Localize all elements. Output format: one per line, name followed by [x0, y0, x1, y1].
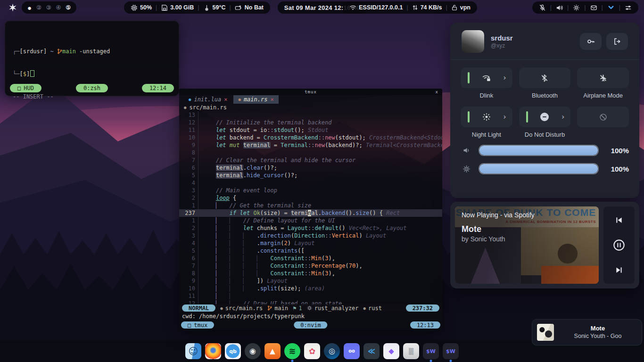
cpu-stat: 50% [131, 4, 152, 11]
git-branch-icon [57, 49, 62, 54]
statusline: NORMAL ●src/main.rs main ⚑1 rust_analyze… [179, 304, 442, 312]
winbar: ● src/main.rs [179, 104, 442, 111]
speaker-icon [462, 147, 471, 154]
blocked-circle-icon [599, 113, 607, 121]
dnd-minus-icon [540, 113, 549, 121]
quick-settings-icon[interactable] [625, 4, 632, 11]
buffer-tabline: ● init.lua × ● main.rs × [179, 95, 442, 104]
battery-value: No Bat [245, 4, 264, 11]
cpu-icon [131, 4, 138, 11]
obs-studio-icon[interactable]: ◉ [245, 343, 261, 359]
track-artist: by Sonic Youth [462, 235, 535, 243]
qbittorrent-icon[interactable]: qb [225, 343, 241, 359]
code-line: 11 let stdout = io::stdout(); Stdout [179, 126, 442, 134]
code-line: 8 ▏ ▏ ▏ ▏ Constraint::Min(3), [179, 270, 442, 277]
hud-terminal-window[interactable]: ┌─[srdusr] ~ main -unstaged └─[$] -- INS… [5, 21, 179, 96]
window-titlebar[interactable]: tmux x [179, 89, 442, 95]
toggle-bluetooth[interactable] [519, 67, 571, 88]
tmux-status-bar: □tmux 0:nvim 12:13 [181, 321, 440, 329]
tmux-session-pill[interactable]: □tmux [181, 321, 214, 329]
toggle-blocked[interactable] [577, 107, 629, 127]
brightness-slider[interactable] [479, 163, 599, 174]
volume-icon[interactable] [556, 4, 563, 11]
thermometer-icon [203, 4, 210, 11]
next-track-button[interactable] [615, 266, 623, 274]
toggle-night-light[interactable]: › [461, 107, 512, 127]
workspace-3[interactable]: ③ [46, 5, 51, 10]
code-line: 9 ▏ ▏ ▏ ]) Layout [179, 277, 442, 285]
pause-button[interactable] [613, 239, 625, 251]
workspace-5[interactable]: ⑤ [66, 5, 71, 10]
vi-mode-indicator: -- INSERT -- [13, 93, 171, 100]
microphone-muted-icon[interactable] [539, 4, 546, 11]
tab-close-icon[interactable]: × [270, 96, 273, 103]
trash-icon[interactable]: ▒ [403, 343, 419, 359]
winbar-filepath: src/main.rs [189, 104, 226, 111]
window-close-button[interactable]: x [436, 90, 438, 94]
toggle-wifi-dlink[interactable]: › [461, 67, 512, 88]
editor-window[interactable]: tmux x ● init.lua × ● main.rs × ● src/ma… [179, 89, 442, 330]
file-manager-icon[interactable]: ☺ [185, 343, 201, 359]
toggle-do-not-disturb[interactable]: › [519, 107, 571, 127]
control-center: srdusr @xyz [450, 23, 639, 198]
volume-slider[interactable] [479, 145, 599, 156]
net-speed-stat: 74 KB/s [412, 4, 442, 11]
tab-init-lua[interactable]: ● init.lua × [184, 95, 232, 104]
mail-icon[interactable] [590, 4, 597, 11]
brightness-slider-row: 100% [461, 163, 629, 174]
memory-icon [161, 4, 168, 11]
previous-icon [615, 216, 623, 224]
brightness-slider-fill [479, 164, 598, 173]
vpn-value: vpn [460, 4, 471, 11]
workspace-1[interactable]: ● [27, 4, 32, 11]
now-playing-label: Now Playing - via Spotify [462, 211, 535, 219]
brightness-icon[interactable] [573, 4, 580, 11]
sun-icon [482, 113, 491, 121]
window-icon: □ [17, 85, 21, 91]
toggle-label: Night Light [472, 131, 501, 138]
logout-button[interactable] [606, 33, 628, 50]
previous-track-button[interactable] [615, 216, 623, 224]
vscode-icon[interactable]: ≪ [363, 343, 380, 359]
toggle-airplane-mode[interactable] [577, 67, 629, 88]
workspace-2[interactable]: ② [36, 5, 41, 10]
memory-stat: 3.00 GiB [161, 4, 194, 11]
code-line: 1 ▏ // Get the terminal size [179, 202, 442, 209]
rust-file-icon: ● [220, 306, 223, 311]
album-art: SHAPE OF PUNK TO COME A CHIMERICAL BOMBI… [455, 206, 599, 284]
photos-icon[interactable]: ✿ [304, 343, 320, 359]
media-notification[interactable]: Mote Sonic Youth - Goo [532, 319, 642, 346]
code-line: 10 let backend = CrosstermBackend::new(s… [179, 134, 442, 141]
discord-icon[interactable]: oo [344, 343, 360, 359]
vlc-icon[interactable]: ▲ [264, 343, 281, 359]
vpn-lock-icon [451, 4, 458, 11]
running-indicator [450, 360, 452, 362]
divider [450, 59, 639, 60]
steam-icon[interactable]: ◎ [324, 343, 340, 359]
logo-star-icon [8, 3, 17, 12]
network-status[interactable]: ESSID/127.0.0.1 | 74 KB/s | vpn [343, 1, 477, 14]
toggle-label: Do Not Disturb [525, 131, 565, 138]
spotify-icon[interactable]: ≋ [284, 343, 300, 359]
code-line: 6 ▏ ▏ ▏ ▏ Constraint::Min(3), [179, 255, 442, 262]
active-indicator [526, 111, 528, 123]
updates-chevron-icon[interactable] [607, 4, 615, 11]
firefox-icon[interactable] [205, 343, 221, 359]
statusline-diagnostics: ⚑1 [293, 305, 302, 312]
hud-window-pill[interactable]: 0:zsh [76, 84, 108, 92]
obsidian-icon[interactable]: ◆ [383, 343, 399, 359]
wezterm-2-icon[interactable]: $W [443, 343, 459, 359]
tmux-clock-pill: 12:13 [410, 321, 440, 329]
wezterm-1-icon[interactable]: $W [423, 343, 439, 359]
media-player-card: SHAPE OF PUNK TO COME A CHIMERICAL BOMBI… [450, 202, 639, 288]
hud-session-pill[interactable]: □HUD [10, 84, 41, 92]
workspace-4[interactable]: ④ [56, 5, 61, 10]
tab-close-icon[interactable]: × [224, 96, 227, 103]
brightness-value: 100% [605, 165, 629, 173]
next-icon [615, 266, 623, 274]
workspace-switcher: ●②③④⑤ [22, 1, 76, 14]
tmux-window-pill[interactable]: 0:nvim [294, 321, 327, 329]
lock-keys-button[interactable] [580, 33, 602, 50]
code-area[interactable]: 1312 // Initialize the terminal backend1… [179, 111, 442, 307]
tab-main-rs[interactable]: ● main.rs × [233, 95, 278, 104]
